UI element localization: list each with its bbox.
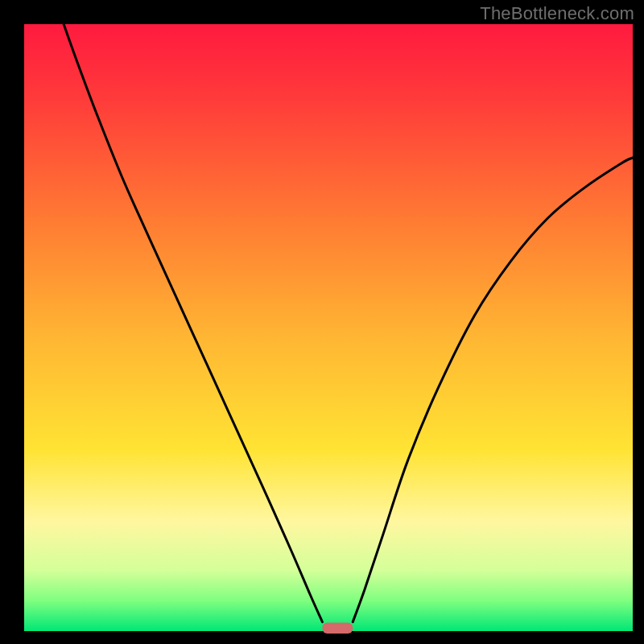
chart-frame: TheBottleneck.com — [0, 0, 644, 644]
watermark-text: TheBottleneck.com — [480, 3, 634, 24]
plot-background — [24, 24, 633, 631]
chart-svg — [0, 0, 644, 644]
cusp-marker — [322, 622, 353, 634]
